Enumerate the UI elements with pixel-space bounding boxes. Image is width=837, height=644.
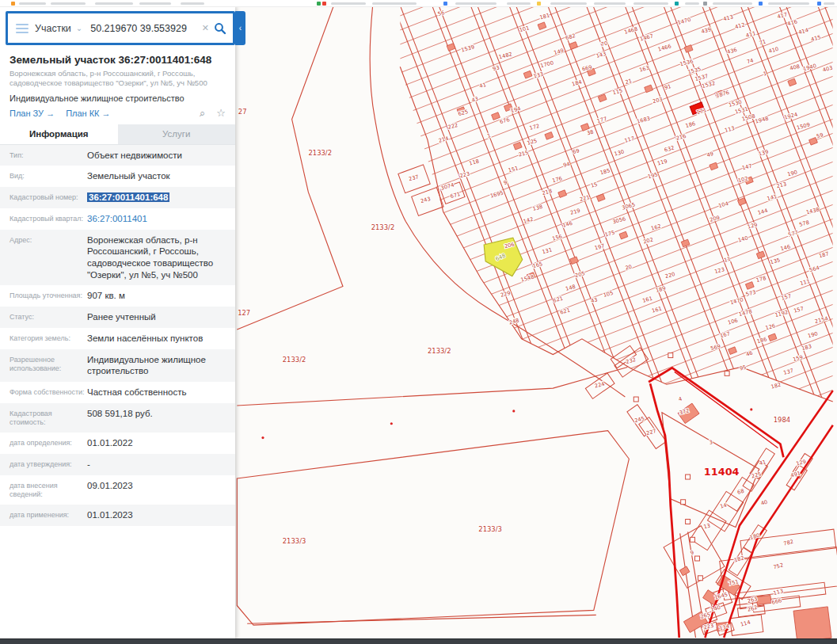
bookmark-icon[interactable] <box>703 2 707 6</box>
bookmark-icon[interactable] <box>759 2 763 6</box>
parcel-title: Земельный участок 36:27:0011401:648 <box>0 46 235 67</box>
quarter-number-label: 11404 <box>704 466 740 478</box>
map-dot <box>750 408 752 410</box>
bookmark-icon[interactable] <box>537 2 541 6</box>
survey-point <box>698 576 702 581</box>
quarter-label: 1984 <box>774 416 790 424</box>
survey-point <box>686 520 691 524</box>
info-row-label: Кадастровая стоимость: <box>10 408 87 428</box>
bookmark-icon[interactable] <box>675 2 679 6</box>
quarter-label: 2133/3 <box>283 537 306 545</box>
collapse-panel-button[interactable]: ‹ <box>235 11 245 45</box>
bookmark-icon[interactable] <box>317 2 321 6</box>
bookmark-icon[interactable] <box>322 2 326 6</box>
bookmark-label-stub <box>550 2 587 5</box>
bookmark-label-stub <box>372 2 417 5</box>
info-row-label: дата внесения сведений: <box>10 480 87 500</box>
bookmark-label-stub <box>824 2 835 5</box>
info-row-value: 508 591,18 руб. <box>87 408 226 428</box>
parcel-usage-note: Индивидуальное жилищное строительство <box>0 90 235 103</box>
search-input[interactable] <box>89 22 197 35</box>
info-row: Площадь уточненная:907 кв. м <box>0 285 235 307</box>
info-row-label: Кадастровый квартал: <box>10 213 87 225</box>
info-row-value: Ранее учтенный <box>87 311 226 323</box>
info-row: Кадастровый номер:36:27:0011401:648 <box>0 187 235 208</box>
map-dot <box>261 436 264 439</box>
bookmark-label-stub <box>713 2 752 5</box>
info-row: Форма собственности:Частная собственност… <box>0 382 235 403</box>
info-rows: Тип:Объект недвижимостиВид:Земельный уча… <box>0 145 235 526</box>
survey-point <box>633 397 638 402</box>
cadastral-quarter-link[interactable]: 36:27:0011401 <box>87 213 226 225</box>
bookmark-label-stub <box>181 2 204 5</box>
search-bar[interactable]: Участки ⌄ ✕ <box>6 11 235 45</box>
plan-kk-link[interactable]: План КК → <box>66 109 110 118</box>
survey-point <box>686 474 691 479</box>
bookmark-label-stub <box>95 2 133 5</box>
plan-links: План ЗУ → План КК → ⌕ ☆ <box>0 103 235 124</box>
info-row-value: Объект недвижимости <box>87 150 226 162</box>
info-row: Кадастровая стоимость:508 591,18 руб. <box>0 403 235 433</box>
building <box>756 595 771 604</box>
bookmark-icon[interactable] <box>11 2 15 6</box>
screen: { "bookmarks_bar": { "icons": [ {"x":14,… <box>0 0 837 644</box>
info-row-label: Статус: <box>10 311 87 323</box>
info-row-label: Вид: <box>10 170 87 182</box>
info-row-value: Частная собственность <box>87 387 226 398</box>
info-row: дата применения:01.01.2023 <box>0 505 235 526</box>
info-row: Статус:Ранее учтенный <box>0 307 235 328</box>
info-row: Кадастровый квартал:36:27:0011401 <box>0 208 235 230</box>
info-row-label: Тип: <box>10 150 87 162</box>
chevron-down-icon[interactable]: ⌄ <box>76 24 82 32</box>
bookmark-label-stub <box>455 2 496 5</box>
quarter-label: 2133/2 <box>308 149 332 157</box>
info-row-value: Индивидуальное жилищное строительство <box>87 354 226 377</box>
info-row-value: 01.01.2023 <box>87 509 226 521</box>
info-row-label: дата определения: <box>10 437 87 449</box>
info-row-value: Воронежская область, р-н Россошанский, г… <box>87 234 226 281</box>
info-row-value: 09.01.2023 <box>87 480 226 500</box>
tab-services[interactable]: Услуги <box>118 124 236 144</box>
survey-point <box>691 537 695 542</box>
info-row-value: Земли населённых пунктов <box>87 333 226 345</box>
menu-icon[interactable] <box>16 24 29 33</box>
quarter-label: 2133/2 <box>428 347 451 355</box>
info-row-label: Разрешенное использование: <box>10 354 87 377</box>
info-row-label: дата утверждения: <box>10 459 87 471</box>
plan-zu-link[interactable]: План ЗУ → <box>10 109 55 118</box>
panel-tabs: Информация Услуги <box>0 124 235 145</box>
tab-information[interactable]: Информация <box>0 124 118 144</box>
info-row-value: 01.01.2022 <box>87 437 226 449</box>
quarter-label: 2133/2 <box>283 356 306 364</box>
search-icon[interactable] <box>214 22 226 35</box>
building <box>793 607 831 639</box>
info-row-label: Адрес: <box>10 234 87 281</box>
info-row-value: 907 кв. м <box>87 290 226 302</box>
info-row: дата определения:01.01.2022 <box>0 433 235 454</box>
info-row: дата утверждения:- <box>0 454 235 475</box>
survey-point <box>668 353 673 358</box>
info-row-label: Форма собственности: <box>10 387 87 398</box>
survey-point <box>725 371 729 375</box>
search-category[interactable]: Участки <box>35 23 71 34</box>
zoom-to-object-icon[interactable]: ⌕ <box>200 107 205 120</box>
quarter-label: 2133/3 <box>478 525 502 533</box>
close-icon[interactable]: ✕ <box>202 23 209 33</box>
info-row: Тип:Объект недвижимости <box>0 145 235 166</box>
cadastral-number-highlight: 36:27:0011401:648 <box>87 192 169 202</box>
parcel-address-note: Воронежская область, р-н Россошанский, г… <box>0 67 235 90</box>
bottom-bar <box>0 638 837 644</box>
bookmark-label-stub <box>19 2 46 5</box>
bookmark-label-stub <box>594 2 626 5</box>
bookmark-icon[interactable] <box>817 2 821 6</box>
quarter-label: 27 <box>238 108 247 116</box>
bookmark-label-stub <box>331 2 366 5</box>
survey-point <box>695 556 700 561</box>
info-row-value: - <box>87 459 226 471</box>
info-row-label: Категория земель: <box>10 333 87 345</box>
map-dot <box>390 422 393 425</box>
info-row: дата внесения сведений:09.01.2023 <box>0 475 235 505</box>
favorite-star-icon[interactable]: ☆ <box>216 107 226 119</box>
bookmark-label-stub <box>51 2 86 5</box>
bookmark-icon[interactable] <box>443 2 447 6</box>
